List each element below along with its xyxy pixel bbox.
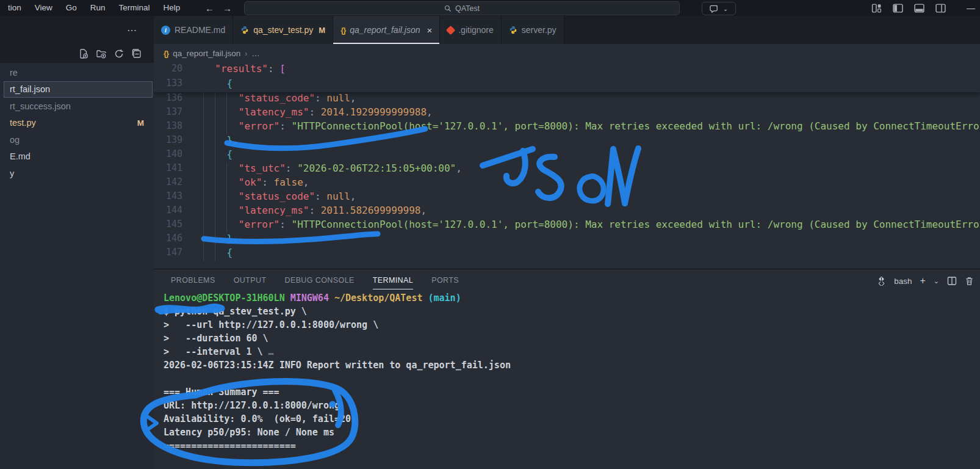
explorer-section-actions	[0, 44, 154, 63]
terminal-dropdown-icon[interactable]: ⌄	[934, 277, 939, 285]
tab-label: README.md	[175, 25, 225, 35]
file-label: rt_fail.json	[10, 84, 50, 94]
editor-line: 143 "status_code": null,	[154, 191, 980, 205]
line-number: 145	[154, 219, 203, 233]
line-content: {	[203, 148, 232, 162]
editor-tab-gitignore[interactable]: .gitignore	[440, 16, 502, 44]
menu-tion[interactable]: tion	[1, 0, 28, 16]
line-number: 138	[154, 120, 203, 134]
editor-tab-qa-stev-test-py[interactable]: qa_stev_test.pyM	[233, 16, 333, 44]
title-bar: tionViewGoRunTerminalHelp ← → QATest ⌄	[0, 0, 980, 16]
file-label: E.md	[10, 151, 31, 161]
explorer-file-re[interactable]: re	[4, 64, 153, 81]
panel-tab-bar: PROBLEMSOUTPUTDEBUG CONSOLETERMINALPORTS	[154, 269, 980, 293]
toggle-sidebar-icon[interactable]	[893, 3, 903, 13]
panel-tab-terminal[interactable]: TERMINAL	[373, 276, 413, 286]
terminal-line: Lenovo@DESKTOP-31H60LN MINGW64 ~/Desktop…	[154, 293, 980, 306]
forward-arrow-icon[interactable]: →	[223, 3, 232, 13]
menu-go[interactable]: Go	[59, 0, 84, 16]
line-number: 136	[154, 92, 203, 106]
line-number: 141	[154, 162, 203, 176]
readme-info-icon: i	[161, 26, 170, 35]
search-value: QATest	[455, 4, 480, 13]
git-modified-badge: M	[137, 118, 144, 128]
split-terminal-icon[interactable]	[947, 276, 957, 286]
terminal-line: $ python qa_stev_test.py \	[154, 306, 980, 319]
customize-layout-icon[interactable]	[871, 3, 882, 13]
toggle-secondary-sidebar-icon[interactable]	[935, 3, 946, 13]
explorer-file-og[interactable]: og	[4, 131, 153, 148]
line-content: "error": "HTTPConnectionPool(host='127.0…	[203, 219, 980, 233]
editor-line: 141 "ts_utc": "2026-02-06T22:15:05+00:00…	[154, 162, 980, 176]
editor-line: 145 "error": "HTTPConnectionPool(host='1…	[154, 219, 980, 233]
menu-view[interactable]: View	[28, 0, 59, 16]
editor-tab-readme-md[interactable]: iREADME.md	[154, 16, 233, 44]
editor-lines: 136 "status_code": null,137 "latency_ms"…	[154, 92, 980, 261]
command-center-search[interactable]: QATest	[244, 1, 680, 15]
explorer-file-rt-success-json[interactable]: rt_success.json	[4, 98, 153, 115]
terminal-line: ========================	[154, 440, 980, 454]
new-terminal-icon[interactable]: +	[920, 275, 925, 286]
tab-label: server.py	[522, 25, 557, 35]
explorer-file-y[interactable]: y	[4, 165, 153, 182]
close-tab-icon[interactable]: ×	[427, 25, 432, 35]
editor-line: 20 "results": [	[154, 63, 980, 78]
line-number: 142	[154, 176, 203, 191]
panel-tab-ports[interactable]: PORTS	[431, 276, 459, 286]
indent-guide	[226, 92, 227, 134]
new-file-icon[interactable]	[79, 49, 88, 59]
terminal-output[interactable]: Lenovo@DESKTOP-31H60LN MINGW64 ~/Desktop…	[154, 293, 980, 469]
line-number: 140	[154, 148, 203, 162]
terminal-line: > --duration 60 \	[154, 333, 980, 346]
breadcrumb-filename: qa_report_fail.json	[173, 49, 240, 58]
vscode-window: tionViewGoRunTerminalHelp ← → QATest ⌄	[0, 0, 980, 469]
panel-tab-debug-console[interactable]: DEBUG CONSOLE	[284, 276, 354, 286]
line-number: 137	[154, 106, 203, 120]
breadcrumb-chevron-icon: ›	[245, 49, 247, 58]
tab-label: qa_stev_test.py	[253, 25, 313, 35]
line-content: },	[203, 134, 239, 148]
breadcrumb[interactable]: {} qa_report_fail.json › …	[154, 44, 980, 63]
minimize-button[interactable]: —	[967, 0, 975, 16]
explorer-file-e-md[interactable]: E.md	[4, 148, 153, 165]
explorer-more-actions-icon[interactable]: ⋯	[127, 16, 137, 44]
explorer-file-rt-fail-json[interactable]: rt_fail.json	[4, 81, 153, 98]
collapse-all-icon[interactable]	[132, 49, 142, 59]
file-list: rert_fail.jsonrt_success.jsontest.pyMogE…	[4, 64, 153, 182]
editor-line: 133 {	[154, 78, 980, 92]
editor-line: 144 "latency_ms": 2011.582699999998,	[154, 205, 980, 219]
menu-terminal[interactable]: Terminal	[112, 0, 157, 16]
file-label: test.py	[10, 118, 36, 128]
toggle-panel-icon[interactable]	[914, 3, 924, 13]
panel-tab-output[interactable]: OUTPUT	[234, 276, 267, 286]
panel-tab-problems[interactable]: PROBLEMS	[171, 276, 215, 286]
explorer-file-test-py[interactable]: test.pyM	[4, 115, 153, 132]
editor-line: 146 },	[154, 233, 980, 247]
line-number: 146	[154, 233, 203, 247]
line-number: 139	[154, 134, 203, 148]
shell-name[interactable]: bash	[894, 277, 912, 286]
indent-guide	[215, 92, 215, 261]
line-content: "latency_ms": 2011.582699999998,	[203, 205, 427, 219]
menu-help[interactable]: Help	[157, 0, 187, 16]
editor-pane[interactable]: 20 "results": [133 { 136 "status_code": …	[154, 63, 980, 269]
new-folder-icon[interactable]	[96, 49, 106, 59]
line-content: "ok": false,	[203, 176, 309, 191]
line-number: 20	[154, 63, 203, 78]
tab-label: .gitignore	[458, 25, 494, 35]
terminal-line: > --interval 1 \ …	[154, 346, 980, 360]
copilot-button[interactable]: ⌄	[702, 2, 736, 15]
sticky-scroll: 20 "results": [133 {	[154, 63, 980, 92]
copilot-chevron-icon: ⌄	[723, 5, 728, 12]
terminal-line	[154, 373, 980, 387]
line-content: {	[203, 78, 232, 92]
refresh-icon[interactable]	[114, 49, 124, 59]
line-number: 133	[154, 78, 203, 92]
menu-run[interactable]: Run	[84, 0, 112, 16]
back-arrow-icon[interactable]: ←	[205, 3, 214, 13]
kill-terminal-trash-icon[interactable]	[965, 276, 974, 286]
editor-line: 140 {	[154, 148, 980, 162]
json-braces-icon: {}	[164, 49, 168, 58]
editor-tab-server-py[interactable]: server.py	[502, 16, 564, 44]
editor-tab-qa-report-fail-json[interactable]: {}qa_report_fail.json×	[333, 16, 440, 44]
